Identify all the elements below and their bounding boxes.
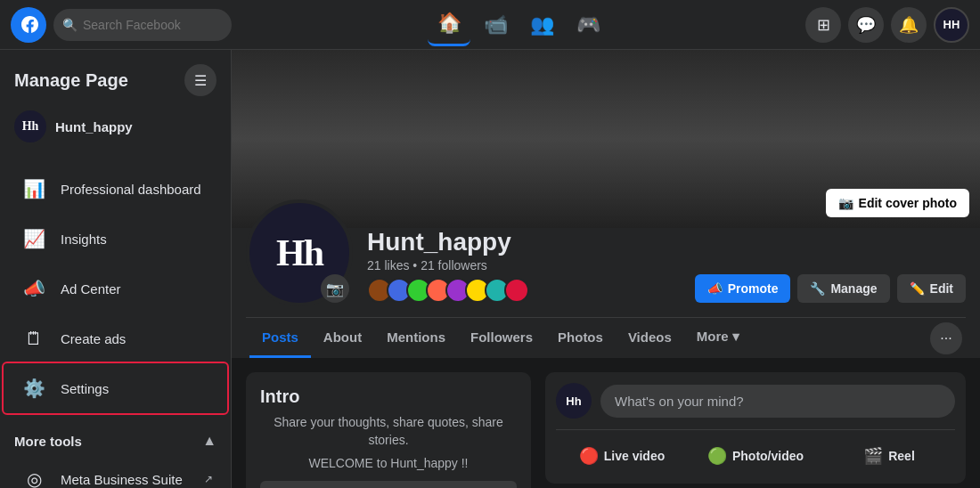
reel-label: Reel bbox=[888, 449, 915, 463]
messenger-btn[interactable]: 💬 bbox=[848, 7, 884, 43]
profile-stats: 21 likes • 21 followers bbox=[367, 258, 681, 272]
more-tools-chevron-icon: ▲ bbox=[202, 433, 216, 449]
sidebar-item-create-ads[interactable]: 🗒 Create ads bbox=[4, 313, 227, 363]
settings-icon: ⚙️ bbox=[18, 372, 50, 404]
profile-edit-button[interactable]: ✏️ Edit bbox=[897, 274, 966, 303]
promote-label: Promote bbox=[728, 281, 779, 296]
reel-icon: 🎬 bbox=[863, 446, 883, 466]
ad-center-label: Ad Center bbox=[61, 281, 121, 297]
composer-avatar: Hh bbox=[556, 383, 592, 419]
sidebar-item-meta-business[interactable]: ◎ Meta Business Suite ↗ bbox=[4, 454, 227, 488]
page-avatar-label: Hh bbox=[22, 119, 39, 134]
gaming-nav-btn[interactable]: 🎮 bbox=[567, 4, 609, 46]
followers-avatars bbox=[367, 278, 681, 303]
professional-dashboard-icon: 📊 bbox=[18, 173, 50, 205]
search-input[interactable] bbox=[83, 18, 208, 32]
tab-followers[interactable]: Followers bbox=[458, 319, 545, 358]
settings-label: Settings bbox=[61, 381, 109, 396]
facebook-logo[interactable] bbox=[11, 7, 46, 43]
right-panel: Hh What's on your mind? 🔴 Live video 🟢 P… bbox=[545, 372, 966, 488]
profile-manage-button[interactable]: 🔧 Manage bbox=[797, 274, 889, 303]
create-ads-icon: 🗒 bbox=[18, 322, 50, 354]
sidebar-item-professional-dashboard[interactable]: 📊 Professional dashboard bbox=[4, 164, 227, 214]
main-layout: Manage Page ☰ Hh Hunt_happy 📊 Profession… bbox=[0, 50, 980, 488]
user-avatar[interactable]: HH bbox=[934, 7, 969, 43]
composer-row: Hh What's on your mind? bbox=[556, 383, 955, 419]
tab-about[interactable]: About bbox=[311, 319, 374, 358]
tabs-more-button[interactable]: ··· bbox=[930, 322, 962, 354]
profile-avatar-label: Hh bbox=[276, 232, 323, 274]
change-photo-button[interactable]: 📷 bbox=[321, 274, 349, 303]
meta-business-icon: ◎ bbox=[18, 463, 50, 488]
post-composer: Hh What's on your mind? 🔴 Live video 🟢 P… bbox=[545, 372, 966, 484]
main-content: 📷 Edit cover photo Hh 📷 Hunt_happy 21 li… bbox=[232, 50, 980, 488]
profile-actions: 📣 Promote 🔧 Manage ✏️ Edit bbox=[695, 274, 966, 306]
sidebar: Manage Page ☰ Hh Hunt_happy 📊 Profession… bbox=[0, 50, 232, 488]
avatar-label: HH bbox=[943, 18, 960, 31]
nav-right: ⊞ 💬 🔔 HH bbox=[805, 7, 969, 43]
grid-btn[interactable]: ⊞ bbox=[805, 7, 841, 43]
notifications-btn[interactable]: 🔔 bbox=[891, 7, 927, 43]
profile-section: Hh 📷 Hunt_happy 21 likes • 21 followers bbox=[232, 228, 980, 358]
ad-center-icon: 📣 bbox=[18, 272, 50, 305]
posts-area: Intro Share your thoughts, share quotes,… bbox=[232, 358, 980, 488]
tab-videos[interactable]: Videos bbox=[616, 319, 684, 358]
follower-avatar-8 bbox=[504, 278, 529, 303]
professional-dashboard-label: Professional dashboard bbox=[61, 182, 201, 197]
insights-label: Insights bbox=[61, 232, 107, 247]
tab-mentions[interactable]: Mentions bbox=[374, 319, 458, 358]
photo-video-icon: 🟢 bbox=[707, 446, 727, 466]
edit-label: Edit bbox=[930, 281, 953, 296]
page-item[interactable]: Hh Hunt_happy bbox=[0, 103, 231, 150]
top-nav: 🔍 🏠 📹 👥 🎮 ⊞ 💬 🔔 HH bbox=[0, 0, 980, 50]
promote-flag-icon: 📣 bbox=[707, 281, 723, 296]
tabs-row: Posts About Mentions Followers Photos Vi… bbox=[246, 317, 966, 358]
profile-text: Hunt_happy 21 likes • 21 followers bbox=[367, 228, 681, 306]
manage-label: Manage bbox=[830, 281, 877, 296]
camera-icon: 📷 bbox=[838, 196, 853, 210]
more-tools-section[interactable]: More tools ▲ bbox=[0, 427, 231, 454]
page-name-label: Hunt_happy bbox=[55, 119, 133, 134]
external-link-icon: ↗ bbox=[204, 473, 213, 485]
intro-share-text: Share your thoughts, share quotes, share… bbox=[260, 414, 517, 449]
intro-card: Intro Share your thoughts, share quotes,… bbox=[246, 372, 531, 488]
page-avatar: Hh bbox=[14, 110, 46, 142]
home-nav-btn[interactable]: 🏠 bbox=[428, 4, 470, 46]
video-nav-btn[interactable]: 📹 bbox=[474, 4, 517, 46]
edit-cover-photo-button[interactable]: 📷 Edit cover photo bbox=[826, 189, 969, 217]
nav-center: 🏠 📹 👥 🎮 bbox=[239, 4, 798, 46]
profile-promote-button[interactable]: 📣 Promote bbox=[695, 274, 791, 303]
live-video-button[interactable]: 🔴 Live video bbox=[556, 439, 688, 473]
profile-info-row: Hh 📷 Hunt_happy 21 likes • 21 followers bbox=[246, 228, 966, 317]
edit-cover-label: Edit cover photo bbox=[859, 196, 957, 210]
live-video-icon: 🔴 bbox=[579, 446, 599, 466]
photo-video-button[interactable]: 🟢 Photo/video bbox=[690, 439, 821, 473]
intro-title: Intro bbox=[260, 386, 517, 407]
sidebar-item-ad-center[interactable]: 📣 Ad Center bbox=[4, 264, 227, 313]
search-bar[interactable]: 🔍 bbox=[53, 9, 232, 41]
tab-photos[interactable]: Photos bbox=[545, 319, 616, 358]
intro-welcome-text: WELCOME to Hunt_happy !! bbox=[260, 456, 517, 470]
insights-icon: 📈 bbox=[18, 223, 50, 255]
people-nav-btn[interactable]: 👥 bbox=[520, 4, 563, 46]
sidebar-item-insights[interactable]: 📈 Insights bbox=[4, 214, 227, 264]
tab-more[interactable]: More ▾ bbox=[684, 318, 752, 358]
edit-icon: ✏️ bbox=[910, 281, 925, 296]
sidebar-item-settings[interactable]: ⚙️ Settings bbox=[4, 363, 227, 413]
sidebar-header: Manage Page ☰ bbox=[0, 50, 231, 103]
meta-business-label: Meta Business Suite bbox=[61, 472, 183, 487]
more-tools-label: More tools bbox=[14, 434, 82, 449]
photo-video-label: Photo/video bbox=[732, 449, 804, 463]
profile-avatar-wrap: Hh 📷 bbox=[246, 199, 353, 306]
profile-name: Hunt_happy bbox=[367, 228, 681, 256]
tab-posts[interactable]: Posts bbox=[249, 319, 311, 358]
sidebar-title: Manage Page bbox=[14, 70, 128, 91]
sidebar-toggle-btn[interactable]: ☰ bbox=[184, 64, 216, 96]
live-video-label: Live video bbox=[604, 449, 665, 463]
manage-icon: 🔧 bbox=[810, 281, 825, 296]
search-icon: 🔍 bbox=[62, 18, 78, 32]
reel-button[interactable]: 🎬 Reel bbox=[823, 439, 955, 473]
edit-bio-button[interactable]: Edit bio bbox=[260, 481, 517, 488]
composer-actions: 🔴 Live video 🟢 Photo/video 🎬 Reel bbox=[556, 429, 955, 473]
composer-input[interactable]: What's on your mind? bbox=[600, 385, 955, 418]
